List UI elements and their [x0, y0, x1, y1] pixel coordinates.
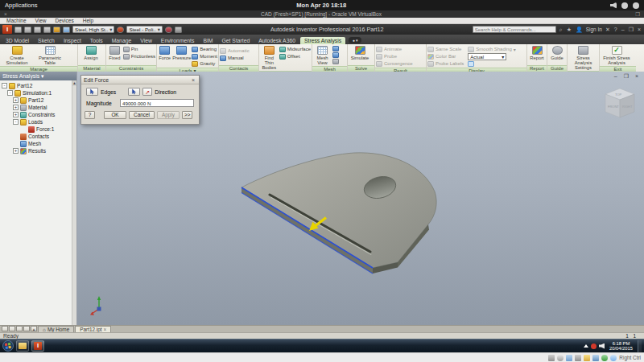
tree-item-loads[interactable]: -Loads: [0, 118, 76, 125]
bearing-button[interactable]: Bearing: [192, 46, 217, 52]
simulate-button[interactable]: Simulate: [349, 45, 371, 60]
appearance-adjust-icon[interactable]: [165, 27, 172, 33]
start-button[interactable]: [2, 340, 14, 352]
tree-item-material[interactable]: +Material: [0, 104, 76, 111]
menu-devices[interactable]: Devices: [56, 18, 74, 23]
pin-button[interactable]: Pin: [123, 46, 155, 52]
tree-item-part12-root[interactable]: -Part12: [0, 82, 76, 89]
scroll-up-icon[interactable]: ▲: [72, 80, 76, 86]
search-input[interactable]: [473, 26, 556, 33]
taskbar-clock[interactable]: 6:18 PM 20/04/2015: [607, 341, 635, 352]
user-icon[interactable]: [621, 2, 628, 9]
close-icon[interactable]: ×: [637, 27, 642, 32]
action-center-icon[interactable]: [591, 343, 597, 349]
update-icon[interactable]: [53, 27, 60, 33]
tab-view[interactable]: View: [136, 37, 156, 44]
panel-label-exit[interactable]: Exit: [600, 66, 636, 72]
tree-item-constraints[interactable]: +Constraints: [0, 111, 76, 118]
flip-direction-button[interactable]: ↗: [142, 88, 152, 96]
cd-icon[interactable]: [557, 355, 564, 361]
tab-3d-model[interactable]: 3D Model: [2, 37, 33, 44]
panel-label-contacts[interactable]: Contacts: [219, 65, 258, 72]
tab-scroll-icon[interactable]: ▴: [31, 326, 37, 331]
moment-button[interactable]: Moment: [192, 53, 217, 60]
menu-view[interactable]: View: [35, 18, 47, 23]
tab-sketch[interactable]: Sketch: [34, 37, 59, 44]
dialog-help-button[interactable]: ?: [85, 111, 95, 119]
volume-icon[interactable]: [610, 2, 617, 9]
new-file-icon[interactable]: [14, 27, 22, 33]
expander-icon[interactable]: +: [13, 105, 19, 110]
tree-item-simulation[interactable]: -Simulation:1: [0, 89, 76, 97]
dialog-titlebar[interactable]: Edit Force×: [81, 76, 199, 84]
viewcube-front-label[interactable]: FRONT: [608, 105, 619, 109]
panel-label-solve[interactable]: Solve: [348, 65, 374, 72]
undo-icon[interactable]: [34, 27, 41, 33]
tree-item-force1[interactable]: Force:1: [0, 125, 76, 133]
sign-in-label[interactable]: Sign In: [586, 27, 602, 32]
fixed-button[interactable]: Fixed: [107, 45, 122, 60]
parametric-table-button[interactable]: Parametric Table: [34, 45, 66, 65]
display-icon[interactable]: [592, 355, 599, 361]
create-simulation-button[interactable]: Create Simulation: [1, 45, 33, 65]
mouse-integration-icon[interactable]: [610, 355, 617, 361]
features-icon[interactable]: [601, 355, 608, 361]
ok-button[interactable]: OK: [104, 111, 126, 119]
local-mesh-control-icon[interactable]: [332, 52, 339, 58]
restore-icon[interactable]: ❐: [628, 27, 634, 33]
minimize-icon[interactable]: –: [621, 27, 625, 32]
manual-contacts-button[interactable]: Manual: [220, 55, 250, 61]
tab-autodesk-a360[interactable]: Autodesk A360: [254, 37, 299, 44]
measure-icon[interactable]: [175, 27, 182, 33]
frictionless-button[interactable]: Frictionless: [123, 53, 155, 60]
tab-part12-ipt[interactable]: Part12.ipt×: [75, 326, 111, 332]
hdd-icon[interactable]: [548, 355, 555, 361]
expander-icon[interactable]: -: [7, 90, 13, 96]
search-icon[interactable]: ⌕: [559, 27, 564, 33]
usb-icon[interactable]: [575, 355, 581, 361]
report-button[interactable]: Report: [528, 45, 546, 60]
tray-volume-icon[interactable]: [599, 343, 605, 349]
tab-my-home[interactable]: ⌂My Home: [38, 326, 74, 332]
ribbon-display-toggle[interactable]: ● ▾: [349, 37, 361, 43]
select-icon[interactable]: [63, 27, 70, 33]
tree-item-part12[interactable]: +Part12: [0, 97, 76, 104]
arrange-windows-icon[interactable]: [16, 326, 23, 331]
panel-label-mesh[interactable]: Mesh: [312, 66, 347, 72]
offset-button[interactable]: Offset: [279, 53, 311, 60]
finish-stress-analysis-button[interactable]: ✓Finish Stress Analysis: [601, 45, 633, 65]
browser-header[interactable]: Stress Analysis▾: [0, 72, 76, 80]
tab-stress-analysis[interactable]: Stress Analysis: [300, 37, 345, 44]
inventor-logo[interactable]: I: [2, 25, 12, 34]
document-window-controls[interactable]: – ❐ ×: [614, 73, 641, 80]
mesh-settings-icon[interactable]: [332, 46, 339, 51]
cascade-windows-icon[interactable]: [9, 326, 15, 331]
applications-menu[interactable]: Applications: [5, 2, 37, 9]
power-icon[interactable]: [633, 2, 639, 9]
pressure-button[interactable]: Pressure: [172, 45, 191, 60]
viewcube-right-label[interactable]: RIGHT: [622, 105, 633, 109]
switch-windows-icon[interactable]: [23, 326, 30, 331]
tile-windows-icon[interactable]: [2, 326, 8, 331]
tab-tools[interactable]: Tools: [86, 37, 107, 44]
guide-button[interactable]: Guide: [548, 45, 566, 60]
material-browser-icon[interactable]: [117, 27, 124, 33]
tree-item-results[interactable]: +Results: [0, 147, 76, 154]
material-select[interactable]: Steel, High St..▾: [72, 26, 114, 33]
tab-manage[interactable]: Manage: [108, 37, 136, 44]
save-icon[interactable]: [24, 27, 31, 33]
network-icon[interactable]: [566, 355, 572, 361]
expander-icon[interactable]: +: [13, 97, 19, 103]
cancel-button[interactable]: Cancel: [129, 111, 155, 119]
panel-label-constraints[interactable]: Constraints: [106, 65, 156, 72]
panel-label-report[interactable]: Report: [527, 65, 547, 72]
expander-icon[interactable]: +: [13, 112, 19, 117]
mesh-view-button[interactable]: Mesh View: [313, 45, 332, 65]
viewcube-top-label[interactable]: TOP: [615, 93, 621, 97]
edges-selector-button[interactable]: [86, 88, 98, 96]
redo-icon[interactable]: [43, 27, 51, 33]
expander-icon[interactable]: +: [13, 148, 19, 154]
direction-selector-button[interactable]: [128, 88, 140, 96]
appearance-select[interactable]: Steel - Poli..▾: [126, 26, 162, 33]
vbox-maximize-icon[interactable]: ❐: [635, 11, 640, 18]
